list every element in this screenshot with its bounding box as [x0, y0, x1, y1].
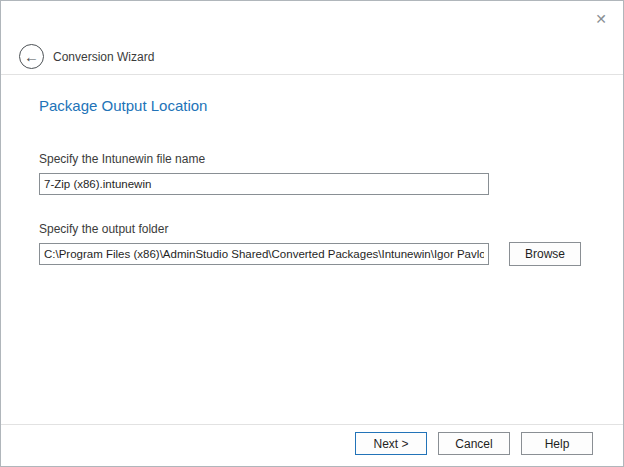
- back-arrow-icon[interactable]: ←: [19, 44, 44, 69]
- help-button[interactable]: Help: [521, 432, 593, 455]
- next-button[interactable]: Next >: [355, 432, 427, 455]
- wizard-header: ← Conversion Wizard: [1, 1, 623, 75]
- file-name-label: Specify the Intunewin file name: [39, 152, 205, 166]
- conversion-wizard-dialog: ✕ ← Conversion Wizard Package Output Loc…: [0, 0, 624, 467]
- page-title: Package Output Location: [39, 97, 207, 114]
- wizard-title: Conversion Wizard: [53, 50, 154, 64]
- browse-button[interactable]: Browse: [509, 242, 581, 266]
- file-name-input[interactable]: [39, 173, 489, 195]
- output-folder-label: Specify the output folder: [39, 222, 168, 236]
- footer-buttons: Next > Cancel Help: [355, 432, 593, 455]
- footer-divider: [1, 424, 623, 425]
- cancel-button[interactable]: Cancel: [438, 432, 510, 455]
- output-folder-input[interactable]: [39, 243, 489, 265]
